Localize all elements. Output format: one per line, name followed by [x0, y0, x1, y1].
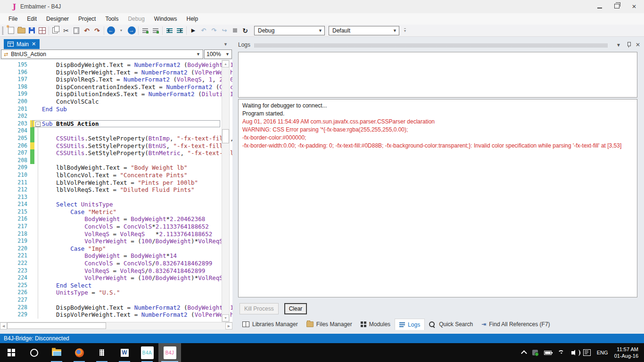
stop-button[interactable] [230, 25, 240, 36]
navigate-back-dropdown[interactable]: ▾ [116, 25, 126, 36]
tab-main[interactable]: Main ✕ [4, 39, 40, 49]
code-line-206[interactable]: 206 CSSUtils.SetStyleProperty(BtnUS, "-f… [0, 142, 232, 150]
bottom-tab-find-all-references-f7[interactable]: Find All References (F7) [477, 319, 554, 330]
toolbar-overflow-button[interactable]: ▾ [404, 28, 406, 33]
paste-button[interactable] [71, 25, 82, 36]
code-line-199[interactable]: 199 DispDilutionIndexS.Text = NumberForm… [0, 90, 232, 98]
menu-item-debug[interactable]: Debug [123, 14, 149, 24]
menu-item-designer[interactable]: Designer [41, 14, 74, 24]
code-line-228[interactable]: 228 DispBodyWeight.Text = NumberFormat2 … [0, 304, 232, 312]
action-center-icon[interactable] [583, 349, 591, 356]
battery-icon[interactable] [544, 351, 552, 355]
close-panel-icon[interactable]: ✕ [636, 41, 640, 48]
bottom-tab-logs[interactable]: Logs [395, 319, 425, 330]
horizontal-scrollbar[interactable]: ◀ ▶ [0, 322, 232, 329]
menu-item-edit[interactable]: Edit [22, 14, 41, 24]
code-editor[interactable]: 195 DispBodyWeight.Text = NumberFormat2 … [0, 60, 232, 322]
taskbar-calculator-button[interactable] [91, 343, 113, 362]
new-file-button[interactable] [6, 25, 16, 36]
logs-filter-box[interactable] [238, 52, 637, 98]
sync-app-icon[interactable] [532, 350, 538, 355]
code-line-202[interactable]: 202 [0, 113, 232, 120]
code-line-196[interactable]: 196 DispVolPerWeight.Text = NumberFormat… [0, 69, 232, 76]
vertical-scroll-thumb[interactable] [222, 129, 229, 143]
taskbar-word-button[interactable] [113, 343, 136, 362]
tray-chevron-up-icon[interactable] [521, 350, 527, 356]
save-all-button[interactable] [37, 25, 47, 36]
scroll-down-arrow[interactable]: ▼ [222, 314, 229, 321]
code-line-217[interactable]: 217 ConcVolS = ConcVolS*2.1133764188652 [0, 223, 232, 230]
code-line-207[interactable]: 207 CSSUtils.SetStyleProperty(BtnMetric,… [0, 149, 232, 157]
horizontal-scroll-thumb[interactable] [7, 322, 106, 329]
resume-button[interactable]: ↶ [198, 25, 209, 36]
taskbar-clock[interactable]: 11:57 AM 01-Aug-16 [614, 346, 638, 359]
panel-menu-dropdown-icon[interactable]: ▼ [616, 42, 621, 48]
code-line-220[interactable]: 220 Case "Imp" [0, 245, 232, 253]
sub-selector[interactable]: ⇄ BtnUS_Action ▼ [1, 49, 203, 59]
code-line-212[interactable]: 212 lblVolReqS.Text = "Diluted Fluid Pin… [0, 186, 232, 194]
redo-button[interactable]: ↷ [92, 25, 102, 36]
logs-output-box[interactable]: Waiting for debugger to connect...Progra… [238, 99, 637, 297]
kill-process-button[interactable]: Kill Process [239, 303, 279, 314]
code-line-201[interactable]: 201End Sub [0, 106, 232, 113]
close-button[interactable]: ✕ [632, 4, 636, 9]
bottom-tab-libraries-manager[interactable]: Libraries Manager [238, 319, 302, 330]
code-line-203[interactable]: 203−Sub BtnUS_Action [0, 120, 232, 128]
taskbar-b4j-button[interactable]: B4J [158, 343, 181, 362]
toolbar-grip[interactable] [2, 26, 4, 35]
vertical-scrollbar[interactable]: ▲ ▼ [222, 60, 230, 322]
wifi-icon[interactable] [558, 350, 565, 355]
bottom-tab-quick-search[interactable]: Quick Search [425, 319, 477, 330]
code-line-195[interactable]: 195 DispBodyWeight.Text = NumberFormat2 … [0, 61, 232, 69]
code-line-208[interactable]: 208 [0, 157, 232, 165]
menu-item-windows[interactable]: Windows [149, 14, 182, 24]
scroll-right-arrow[interactable]: ▶ [225, 322, 232, 329]
scroll-up-arrow[interactable]: ▲ [222, 60, 229, 67]
code-line-223[interactable]: 223 VolReqS = VolReqS/0.83267418462899 [0, 267, 232, 275]
menu-item-help[interactable]: Help [182, 14, 203, 24]
bottom-tab-modules[interactable]: Modules [356, 319, 395, 330]
code-line-197[interactable]: 197 DispVolReqS.Text = NumberFormat2 (Vo… [0, 76, 232, 83]
shift-right-button[interactable] [174, 25, 185, 36]
comment-button[interactable] [140, 25, 150, 36]
code-line-224[interactable]: 224 VolPerWeight = (100/BodyWeight)*VolR… [0, 274, 232, 282]
copy-button[interactable] [50, 25, 61, 36]
menu-item-project[interactable]: Project [74, 14, 100, 24]
code-line-225[interactable]: 225 End Select [0, 282, 232, 289]
menu-item-file[interactable]: File [4, 14, 22, 24]
minimize-button[interactable] [597, 4, 602, 9]
code-line-213[interactable]: 213 [0, 194, 232, 201]
code-line-209[interactable]: 209 lblBodyWeight.Text = "Body Weight lb… [0, 164, 232, 172]
code-line-227[interactable]: 227 [0, 296, 232, 304]
taskbar-cortana-button[interactable] [23, 343, 45, 362]
scroll-left-arrow[interactable]: ◀ [0, 322, 7, 329]
taskbar-firefox-button[interactable] [68, 343, 91, 362]
code-line-218[interactable]: 218 VolReqS = VolReqS *2.1133764188652 [0, 230, 232, 238]
undo-button[interactable]: ↶ [82, 25, 92, 36]
step-over-button[interactable]: ↷ [209, 25, 219, 36]
fold-gutter[interactable]: − [34, 120, 42, 128]
code-line-211[interactable]: 211 LblVolPerWeight.Text = "Pints per 10… [0, 179, 232, 187]
code-line-200[interactable]: 200 ConcVolSCalc [0, 98, 232, 106]
open-project-button[interactable] [16, 25, 26, 36]
code-line-215[interactable]: 215 Case "Metric" [0, 208, 232, 216]
navigate-back-button[interactable]: ← [106, 25, 116, 36]
code-line-216[interactable]: 216 BodyWeight = BodyWeight*2.20462368 [0, 215, 232, 223]
restore-button[interactable] [614, 4, 619, 9]
code-line-219[interactable]: 219 VolPerWeight = (100/BodyWeight)*VolR… [0, 238, 232, 245]
uncomment-button[interactable] [150, 25, 161, 36]
cut-button[interactable]: ✂ [61, 25, 71, 36]
build-config-select[interactable]: Debug▼ [254, 26, 325, 35]
volume-icon[interactable] [571, 351, 574, 354]
code-line-214[interactable]: 214 Select UnitsType [0, 201, 232, 208]
code-line-204[interactable]: 204 [0, 127, 232, 135]
tab-list-dropdown[interactable]: ▼ [223, 42, 228, 47]
code-line-222[interactable]: 222 ConcVolS = ConcVolS/0.83267418462899 [0, 260, 232, 267]
taskbar-file-explorer-button[interactable] [45, 343, 68, 362]
tab-close-icon[interactable]: ✕ [32, 41, 36, 47]
language-indicator[interactable]: ENG [597, 350, 608, 355]
code-line-198[interactable]: 198 DispConcentrationIndexS.Text = Numbe… [0, 83, 232, 91]
code-line-210[interactable]: 210 lblConcVol.Text = "Concentrate Pints… [0, 172, 232, 179]
taskbar-b4a-button[interactable]: B4A [136, 343, 158, 362]
clear-button[interactable]: Clear [284, 303, 307, 314]
